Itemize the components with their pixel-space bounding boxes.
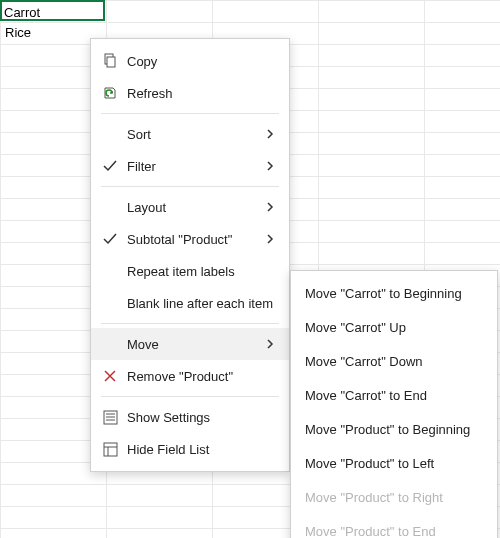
chevron-right-icon	[265, 339, 279, 349]
chevron-right-icon	[265, 129, 279, 139]
blank-icon	[99, 123, 121, 145]
separator	[101, 186, 279, 187]
menu-label: Hide Field List	[121, 442, 279, 457]
chevron-right-icon	[265, 202, 279, 212]
submenu-move-down[interactable]: Move "Carrot" Down	[291, 345, 497, 379]
check-icon	[99, 228, 121, 250]
menu-show-settings[interactable]: Show Settings	[91, 401, 289, 433]
menu-move[interactable]: Move	[91, 328, 289, 360]
menu-label: Repeat item labels	[121, 264, 279, 279]
menu-filter[interactable]: Filter	[91, 150, 289, 182]
blank-icon	[99, 333, 121, 355]
menu-hide-field-list[interactable]: Hide Field List	[91, 433, 289, 465]
blank-icon	[99, 196, 121, 218]
menu-refresh[interactable]: Refresh	[91, 77, 289, 109]
settings-icon	[99, 406, 121, 428]
blank-icon	[99, 292, 121, 314]
context-menu: Copy Refresh Sort Filter Layout	[90, 38, 290, 472]
menu-label: Filter	[121, 159, 265, 174]
svg-rect-1	[107, 57, 115, 67]
menu-label: Refresh	[121, 86, 279, 101]
separator	[101, 396, 279, 397]
menu-blank-line[interactable]: Blank line after each item	[91, 287, 289, 319]
svg-rect-6	[104, 443, 117, 456]
chevron-right-icon	[265, 161, 279, 171]
menu-label: Blank line after each item	[121, 296, 279, 311]
submenu-move-product-left[interactable]: Move "Product" to Left	[291, 447, 497, 481]
x-icon	[99, 365, 121, 387]
submenu-move-up[interactable]: Move "Carrot" Up	[291, 311, 497, 345]
separator	[101, 323, 279, 324]
menu-label: Subtotal "Product"	[121, 232, 265, 247]
menu-subtotal[interactable]: Subtotal "Product"	[91, 223, 289, 255]
blank-icon	[99, 260, 121, 282]
move-submenu: Move "Carrot" to Beginning Move "Carrot"…	[290, 270, 498, 538]
menu-label: Show Settings	[121, 410, 279, 425]
menu-label: Copy	[121, 54, 279, 69]
submenu-move-product-right: Move "Product" to Right	[291, 481, 497, 515]
selected-cell[interactable]: Carrot	[0, 0, 105, 21]
menu-label: Remove "Product"	[121, 369, 279, 384]
chevron-right-icon	[265, 234, 279, 244]
menu-copy[interactable]: Copy	[91, 45, 289, 77]
menu-label: Sort	[121, 127, 265, 142]
separator	[101, 113, 279, 114]
submenu-move-to-beginning[interactable]: Move "Carrot" to Beginning	[291, 277, 497, 311]
submenu-move-to-end[interactable]: Move "Carrot" to End	[291, 379, 497, 413]
menu-label: Move	[121, 337, 265, 352]
check-icon	[99, 155, 121, 177]
submenu-move-product-beginning[interactable]: Move "Product" to Beginning	[291, 413, 497, 447]
menu-repeat-labels[interactable]: Repeat item labels	[91, 255, 289, 287]
copy-icon	[99, 50, 121, 72]
refresh-icon	[99, 82, 121, 104]
field-list-icon	[99, 438, 121, 460]
menu-layout[interactable]: Layout	[91, 191, 289, 223]
menu-label: Layout	[121, 200, 265, 215]
submenu-move-product-end: Move "Product" to End	[291, 515, 497, 538]
menu-remove[interactable]: Remove "Product"	[91, 360, 289, 392]
menu-sort[interactable]: Sort	[91, 118, 289, 150]
